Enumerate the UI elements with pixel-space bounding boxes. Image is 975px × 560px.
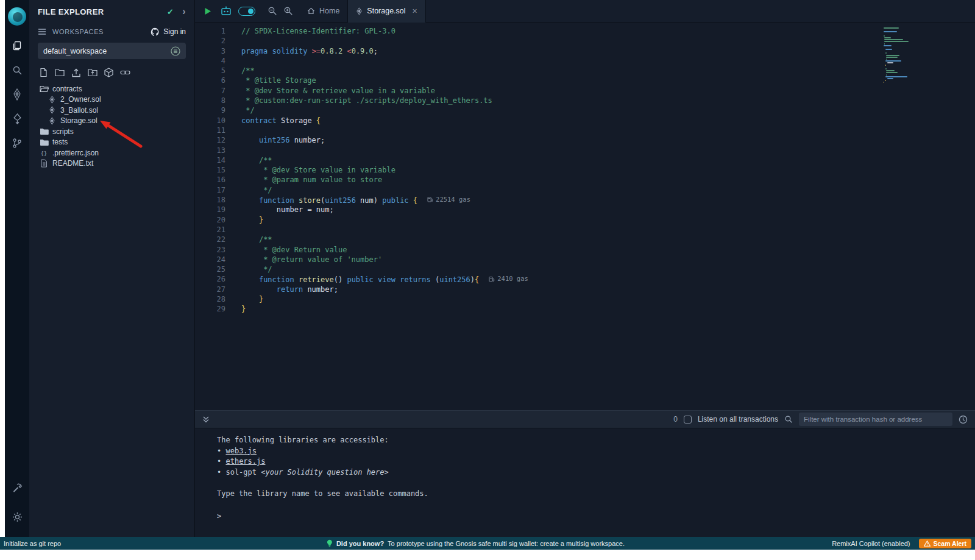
terminal-line: The following libraries are accessible: [217, 435, 975, 446]
terminal-line: Type the library name to see available c… [217, 489, 975, 500]
terminal-link-ethers.js[interactable]: ethers.js [225, 457, 265, 466]
tree-item-label: 3_Ballot.sol [60, 106, 98, 115]
git-icon[interactable] [5, 132, 29, 155]
solidity-icon [47, 117, 57, 125]
remix-ide: FILE EXPLORER ✓ › WORKSPACES Sign in def… [0, 0, 975, 560]
terminal-line [217, 499, 975, 510]
json-icon: {} [39, 149, 49, 157]
file-tree: contracts2_Owner.sol3_Ballot.solStorage.… [29, 83, 194, 169]
terminal-line: > [217, 511, 975, 522]
solidity-compiler-icon[interactable] [5, 83, 29, 106]
scam-alert-label: Scam Alert [934, 540, 966, 547]
tree-item-README.txt[interactable]: README.txt [29, 158, 194, 169]
copilot-toggle[interactable] [238, 7, 255, 16]
new-file-button[interactable] [39, 68, 48, 77]
deploy-run-icon[interactable] [5, 107, 29, 130]
box-icon[interactable] [104, 68, 113, 77]
check-icon: ✓ [167, 7, 174, 16]
copilot-status[interactable]: RemixAI Copilot (enabled) [832, 540, 910, 547]
transaction-count: 0 [673, 415, 678, 424]
search-icon[interactable] [5, 58, 29, 82]
minimap[interactable] [884, 27, 927, 83]
tree-item-label: README.txt [52, 159, 93, 168]
ai-assistant-icon[interactable] [220, 6, 232, 16]
tab-storage-sol[interactable]: Storage.sol × [348, 0, 425, 23]
git-init-button[interactable]: Initialize as git repo [0, 540, 61, 547]
history-icon[interactable] [959, 415, 968, 424]
listen-label: Listen on all transactions [698, 415, 778, 424]
tree-item-2_Owner.sol[interactable]: 2_Owner.sol [29, 94, 194, 105]
panel-title: FILE EXPLORER [38, 7, 104, 16]
expand-terminal-icon[interactable] [202, 416, 210, 423]
plugin-manager-icon[interactable] [5, 476, 29, 499]
tree-item-label: 2_Owner.sol [60, 95, 101, 104]
home-icon [307, 7, 315, 15]
settings-icon[interactable] [5, 505, 29, 528]
code-content: // SPDX-License-Identifier: GPL-3.0pragm… [234, 23, 975, 433]
solidity-icon [47, 96, 57, 104]
terminal-line [217, 478, 975, 489]
gas-estimate-badge: 22514 gas [427, 194, 470, 204]
file-icon [39, 159, 49, 168]
code-editor[interactable]: 1234567891011121314151617181920212223242… [195, 23, 975, 433]
tree-item-tests[interactable]: tests [29, 137, 194, 148]
run-script-button[interactable] [204, 7, 211, 15]
close-tab-icon[interactable]: × [413, 7, 417, 15]
scam-alert-button[interactable]: Scam Alert [919, 539, 971, 548]
terminal-line: • web3.js [217, 446, 975, 457]
activity-bar [5, 0, 29, 537]
status-bar: Initialize as git repo Did you know? To … [0, 537, 975, 550]
gas-estimate-badge: 2410 gas [489, 274, 528, 283]
tree-item-3_Ballot.sol[interactable]: 3_Ballot.sol [29, 105, 194, 116]
listen-checkbox[interactable] [684, 416, 692, 424]
workspace-name: default_workspace [43, 47, 107, 55]
tree-item-label: .prettierrc.json [52, 149, 99, 157]
line-numbers: 1234567891011121314151617181920212223242… [195, 23, 234, 433]
editor-toolbar: Home Storage.sol × [195, 0, 975, 23]
remix-logo[interactable] [8, 7, 26, 26]
workspace-select[interactable]: default_workspace [38, 43, 186, 59]
upload-file-button[interactable] [71, 68, 81, 77]
filter-search-icon [784, 415, 793, 424]
svg-text:{}: {} [41, 150, 48, 156]
folder-icon [39, 127, 49, 135]
sign-in-button[interactable]: Sign in [151, 27, 186, 37]
active-tab-label: Storage.sol [367, 7, 405, 15]
terminal-link-web3.js[interactable]: web3.js [225, 447, 257, 455]
workspaces-label: WORKSPACES [52, 28, 104, 35]
toggle-knob [248, 9, 254, 14]
tip-text: To prototype using the Gnosis safe multi… [388, 540, 625, 547]
terminal[interactable]: The following libraries are accessible:•… [195, 429, 975, 537]
bulb-icon [327, 539, 333, 547]
file-explorer-actions [29, 59, 194, 77]
github-icon [151, 27, 160, 37]
filter-input[interactable] [799, 413, 952, 426]
workspaces-menu-icon[interactable] [38, 28, 46, 35]
tab-home[interactable]: Home [299, 0, 347, 23]
tree-item-label: Storage.sol [60, 116, 98, 125]
upload-folder-button[interactable] [88, 68, 98, 77]
tree-item-label: contracts [52, 85, 82, 93]
zoom-out-icon[interactable] [268, 6, 277, 16]
new-folder-button[interactable] [55, 68, 65, 77]
folder-icon [39, 138, 49, 146]
tree-item-contracts[interactable]: contracts [29, 83, 194, 94]
terminal-line: • sol-gpt <your Solidity question here> [217, 467, 975, 478]
workspace-options-icon[interactable] [171, 46, 180, 56]
solidity-icon [356, 7, 363, 15]
solidity-icon [47, 106, 57, 114]
tree-item-label: tests [52, 138, 68, 146]
home-tab-label: Home [319, 7, 339, 15]
link-icon[interactable] [120, 69, 130, 76]
tree-item-scripts[interactable]: scripts [29, 126, 194, 137]
file-explorer-panel: FILE EXPLORER ✓ › WORKSPACES Sign in def… [29, 0, 195, 537]
chevron-right-icon[interactable]: › [182, 7, 186, 16]
tip-bold: Did you know? [336, 540, 384, 547]
did-you-know-tip: Did you know? To prototype using the Gno… [327, 539, 625, 547]
zoom-in-icon[interactable] [283, 6, 293, 16]
terminal-line: • ethers.js [217, 456, 975, 467]
tree-item-.prettierrc.json[interactable]: {}.prettierrc.json [29, 147, 194, 158]
file-explorer-icon[interactable] [5, 34, 29, 57]
tree-item-Storage.sol[interactable]: Storage.sol [29, 116, 194, 127]
editor-area: Home Storage.sol × 123456789101112131415… [195, 0, 975, 537]
